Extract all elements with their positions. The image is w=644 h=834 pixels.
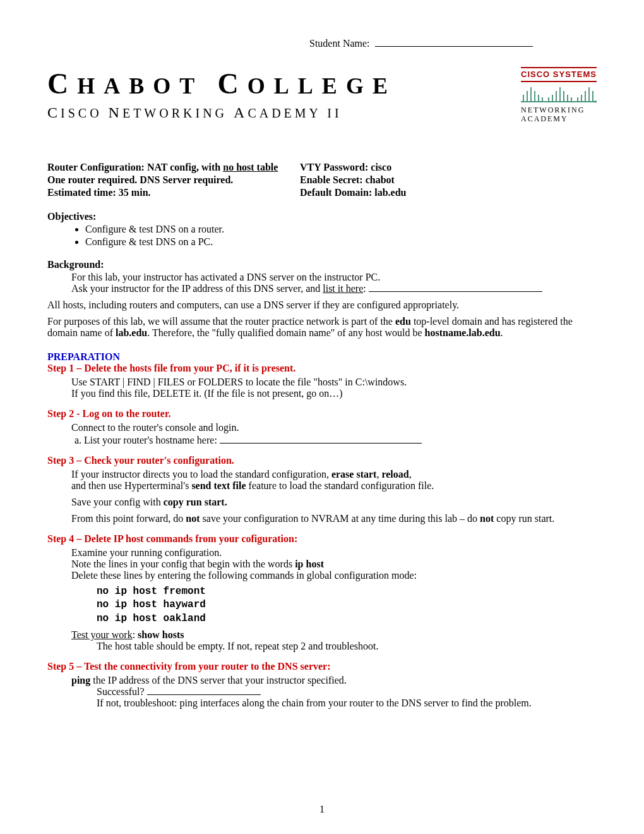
svg-text:®: ® xyxy=(594,100,597,104)
text-line: Delete these lines by entering the follo… xyxy=(71,570,597,581)
bg-line: For this lab, your instructor has activa… xyxy=(71,272,597,283)
text-line: Test your work: show hosts xyxy=(71,629,597,641)
step-5-sub: Successful? If not, troubleshoot: ping i… xyxy=(97,686,597,709)
header-left: CHABOT COLLEGE CISCO NETWORKING ACADEMY … xyxy=(47,67,521,121)
bg-para-2: All hosts, including routers and compute… xyxy=(47,299,597,311)
info-right: VTY Password: cisco Enable Secret: chabo… xyxy=(300,162,597,200)
logo-bridge-icon: ® xyxy=(521,82,597,106)
step-3-body: If your instructor directs you to load t… xyxy=(71,469,597,524)
step-4-test: Test your work: show hosts xyxy=(71,629,597,641)
bg-para-3: For purposes of this lab, we will assume… xyxy=(47,316,597,339)
step-3-head: Step 3 – Check your router's configurati… xyxy=(47,455,597,466)
step-1-head: Step 1 – Delete the hosts file from your… xyxy=(47,363,597,374)
info-right-2: Enable Secret: chabot xyxy=(300,174,597,186)
text-line: If not, troubleshoot: ping interfaces al… xyxy=(97,698,597,709)
objectives-head: Objectives: xyxy=(47,211,597,222)
step-1-body: Use START | FIND | FILES or FOLDERS to l… xyxy=(71,377,597,399)
objectives-list: Configure & test DNS on a router. Config… xyxy=(85,224,597,248)
hostname-blank[interactable] xyxy=(220,443,422,444)
command-line: no ip host fremont xyxy=(97,585,597,599)
command-block: no ip host fremont no ip host hayward no… xyxy=(97,585,597,626)
text-line: Connect to the router's console and logi… xyxy=(71,422,597,433)
list-item: Configure & test DNS on a router. xyxy=(85,224,597,235)
text-line: Save your config with copy run start. xyxy=(71,497,597,508)
bg-line: Ask your instructor for the IP address o… xyxy=(71,283,597,294)
info-right-3: Default Domain: lab.edu xyxy=(300,187,597,198)
text-line: ping the IP address of the DNS server th… xyxy=(71,675,597,686)
command-line: no ip host hayward xyxy=(97,598,597,612)
cisco-logo: CISCO SYSTEMS ® NETWORKING ACADEMY xyxy=(521,67,597,124)
college-title: CHABOT COLLEGE xyxy=(47,67,521,100)
step-2-head: Step 2 - Log on to the router. xyxy=(47,408,597,420)
text-line: The host table should be empty. If not, … xyxy=(97,641,597,652)
bg-para-1: For this lab, your instructor has activa… xyxy=(71,272,597,294)
student-name-blank[interactable] xyxy=(375,46,533,47)
text-line: If your instructor directs you to load t… xyxy=(71,469,597,480)
step-5-body: ping the IP address of the DNS server th… xyxy=(71,675,597,686)
subtitle: CISCO NETWORKING ACADEMY II xyxy=(47,104,521,121)
step-5-head: Step 5 – Test the connectivity from your… xyxy=(47,661,597,672)
dns-ip-blank[interactable] xyxy=(369,291,542,292)
info-left: Router Configuration: NAT config, with n… xyxy=(47,162,300,200)
text-line: If you find this file, DELETE it. (If th… xyxy=(71,388,597,399)
info-left-2: One router required. DNS Server required… xyxy=(47,174,300,186)
text-line: Successful? xyxy=(97,686,597,698)
text-line: and then use Hyperterminal's send text f… xyxy=(71,480,597,492)
step-4-body: Examine your running configuration. Note… xyxy=(71,547,597,581)
step-4-test-result: The host table should be empty. If not, … xyxy=(97,641,597,652)
logo-line2: ACADEMY xyxy=(521,114,597,123)
list-item: List your router's hostname here: xyxy=(84,435,597,446)
step-2-list: List your router's hostname here: xyxy=(84,435,597,446)
command-line: no ip host oakland xyxy=(97,612,597,626)
info-right-1: VTY Password: cisco xyxy=(300,162,597,173)
info-block: Router Configuration: NAT config, with n… xyxy=(47,162,597,200)
logo-brand: CISCO SYSTEMS xyxy=(521,67,597,82)
text-line: Note the lines in your config that begin… xyxy=(71,559,597,570)
background-head: Background: xyxy=(47,259,597,270)
info-left-3: Estimated time: 35 min. xyxy=(47,187,300,198)
student-name-line: Student Name: xyxy=(47,38,597,49)
text-line: Use START | FIND | FILES or FOLDERS to l… xyxy=(71,377,597,388)
logo-line1: NETWORKING xyxy=(521,106,597,114)
step-2-body: Connect to the router's console and logi… xyxy=(71,422,597,433)
preparation-head: PREPARATION xyxy=(47,351,597,363)
page: Student Name: CHABOT COLLEGE CISCO NETWO… xyxy=(0,0,644,834)
page-number: 1 xyxy=(0,804,644,815)
text-line: From this point forward, do not save you… xyxy=(71,513,597,524)
text-line: Examine your running configuration. xyxy=(71,547,597,559)
header: CHABOT COLLEGE CISCO NETWORKING ACADEMY … xyxy=(47,67,597,124)
info-left-1: Router Configuration: NAT config, with n… xyxy=(47,162,300,173)
step-4-head: Step 4 – Delete IP host commands from yo… xyxy=(47,533,597,545)
successful-blank[interactable] xyxy=(147,694,261,695)
student-name-label: Student Name: xyxy=(309,38,370,49)
list-item: Configure & test DNS on a PC. xyxy=(85,236,597,248)
